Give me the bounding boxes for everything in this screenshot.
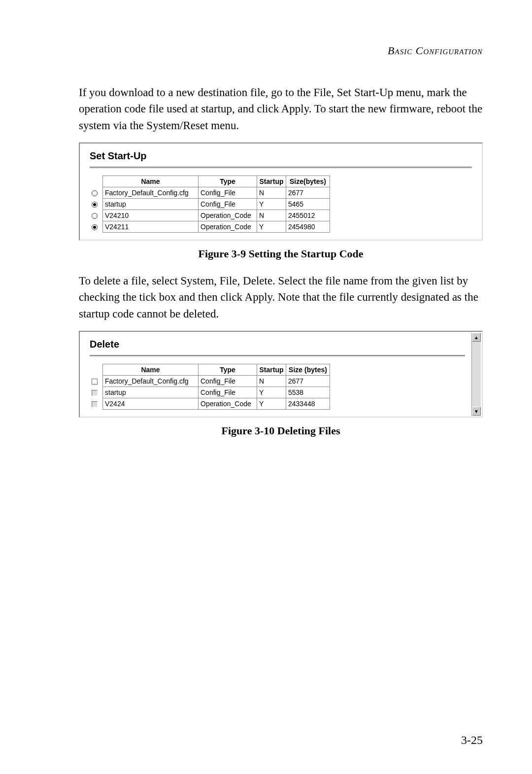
cell-startup: N — [257, 187, 286, 199]
cell-type: Operation_Code — [199, 221, 257, 233]
scrollbar[interactable]: ▲ ▼ — [471, 333, 481, 416]
radio-option[interactable] — [92, 190, 98, 196]
paragraph-1: If you download to a new destination fil… — [79, 84, 483, 134]
figure-3-9-caption: Figure 3-9 Setting the Startup Code — [79, 247, 483, 260]
table-row: Factory_Default_Config.cfg Config_File N… — [90, 187, 330, 199]
set-startup-panel: Set Start-Up Name Type Startup Size(byte… — [79, 142, 483, 241]
col-size: Size(bytes) — [286, 176, 330, 187]
radio-option[interactable] — [92, 202, 98, 208]
col-size: Size (bytes) — [286, 364, 330, 376]
cell-startup: Y — [257, 398, 286, 410]
paragraph-2: To delete a file, select System, File, D… — [79, 273, 483, 322]
cell-size: 5465 — [286, 199, 330, 210]
delete-title: Delete — [90, 339, 465, 350]
page-number: 3-25 — [461, 734, 483, 747]
cell-type: Config_File — [199, 387, 257, 398]
cell-type: Config_File — [199, 376, 257, 387]
col-name: Name — [103, 364, 199, 376]
col-name: Name — [103, 176, 199, 187]
delete-panel: Delete Name Type Startup Size (bytes) Fa… — [79, 331, 483, 418]
col-type: Type — [199, 176, 257, 187]
cell-startup: Y — [257, 387, 286, 398]
cell-size: 2455012 — [286, 210, 330, 221]
cell-name: V24211 — [103, 221, 199, 233]
cell-size: 2433448 — [286, 398, 330, 410]
cell-type: Operation_Code — [199, 398, 257, 410]
page: Basic Configuration If you download to a… — [0, 0, 532, 774]
cell-type: Operation_Code — [199, 210, 257, 221]
table-header-row: Name Type Startup Size(bytes) — [90, 176, 330, 187]
cell-startup: N — [257, 376, 286, 387]
table-row: V24210 Operation_Code N 2455012 — [90, 210, 330, 221]
scroll-track[interactable] — [472, 342, 481, 407]
cell-startup: Y — [257, 199, 286, 210]
col-type: Type — [199, 364, 257, 376]
table-header-row: Name Type Startup Size (bytes) — [90, 364, 330, 376]
divider — [90, 167, 472, 169]
scroll-down-icon[interactable]: ▼ — [472, 407, 481, 416]
checkbox[interactable] — [92, 401, 98, 407]
col-startup: Startup — [257, 364, 286, 376]
table-row: V2424 Operation_Code Y 2433448 — [90, 398, 330, 410]
cell-startup: Y — [257, 221, 286, 233]
checkbox[interactable] — [92, 379, 98, 385]
figure-3-10-caption: Figure 3-10 Deleting Files — [79, 424, 483, 437]
cell-name: V24210 — [103, 210, 199, 221]
startup-table: Name Type Startup Size(bytes) Factory_De… — [90, 176, 330, 233]
cell-type: Config_File — [199, 187, 257, 199]
set-startup-title: Set Start-Up — [90, 150, 472, 162]
cell-type: Config_File — [199, 199, 257, 210]
scroll-up-icon[interactable]: ▲ — [472, 333, 481, 342]
table-row: startup Config_File Y 5465 — [90, 199, 330, 210]
cell-name: startup — [103, 199, 199, 210]
cell-startup: N — [257, 210, 286, 221]
cell-name: Factory_Default_Config.cfg — [103, 376, 199, 387]
header-blank — [90, 364, 103, 376]
cell-name: startup — [103, 387, 199, 398]
header-blank — [90, 176, 103, 187]
checkbox[interactable] — [92, 390, 98, 396]
cell-size: 2677 — [286, 187, 330, 199]
cell-name: V2424 — [103, 398, 199, 410]
radio-option[interactable] — [92, 213, 98, 219]
page-header: Basic Configuration — [79, 44, 483, 57]
delete-table: Name Type Startup Size (bytes) Factory_D… — [90, 364, 330, 410]
table-row: Factory_Default_Config.cfg Config_File N… — [90, 376, 330, 387]
cell-size: 5538 — [286, 387, 330, 398]
radio-option[interactable] — [92, 224, 98, 230]
cell-name: Factory_Default_Config.cfg — [103, 187, 199, 199]
table-row: startup Config_File Y 5538 — [90, 387, 330, 398]
table-row: V24211 Operation_Code Y 2454980 — [90, 221, 330, 233]
divider — [90, 355, 465, 357]
col-startup: Startup — [257, 176, 286, 187]
cell-size: 2677 — [286, 376, 330, 387]
cell-size: 2454980 — [286, 221, 330, 233]
